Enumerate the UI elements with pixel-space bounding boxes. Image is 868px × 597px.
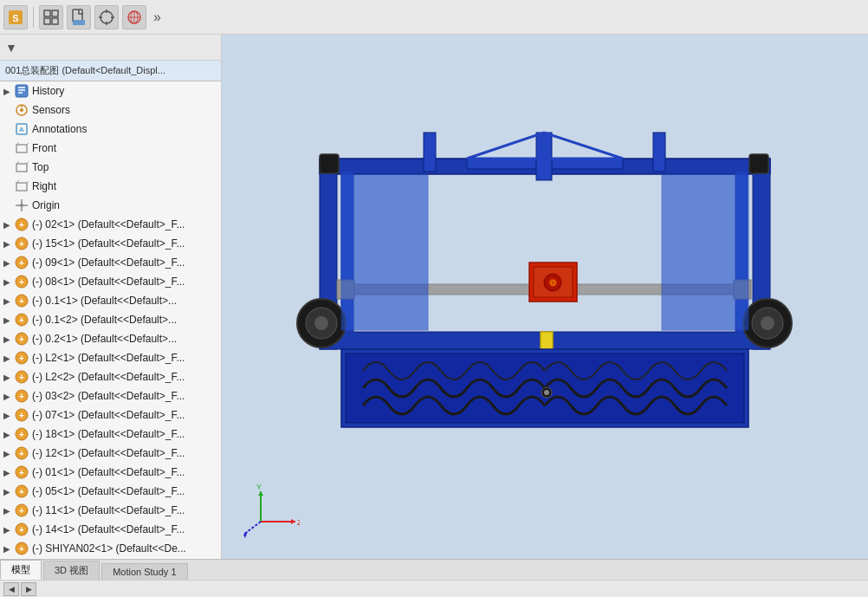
toolbar-more-button[interactable]: »: [150, 10, 165, 25]
machine-3d-view: ⚙: [222, 35, 868, 542]
file-icon[interactable]: [67, 5, 91, 29]
svg-text:+: +: [19, 487, 24, 496]
tree-item-part17[interactable]: ▶+(-) 14<1> (Default<<Default>_F...: [0, 520, 221, 539]
tree-icon-history: [14, 83, 29, 99]
tree-label-part14: (-) 01<1> (Default<<Default>_F...: [32, 466, 185, 478]
tree-item-origin[interactable]: Origin: [0, 196, 221, 215]
tree-item-part7[interactable]: ▶+(-) 0.2<1> (Default<<Default>...: [0, 329, 221, 348]
tree-item-right[interactable]: Right: [0, 177, 221, 196]
tree-arrow-part5: ▶: [3, 296, 14, 306]
svg-text:+: +: [19, 334, 24, 344]
svg-rect-32: [16, 183, 27, 191]
svg-line-31: [27, 161, 29, 164]
tree-label-part12: (-) 18<1> (Default<<Default>_F...: [32, 428, 185, 440]
svg-rect-108: [341, 174, 428, 330]
svg-text:A: A: [19, 126, 24, 133]
tree-arrow-part6: ▶: [3, 315, 14, 325]
svg-text:+: +: [19, 220, 24, 230]
viewport[interactable]: ⚙: [222, 35, 868, 559]
svg-text:+: +: [19, 392, 24, 401]
svg-text:+: +: [19, 468, 24, 477]
tree-arrow-part2: ▶: [3, 239, 14, 249]
crosshair-icon[interactable]: [94, 5, 119, 29]
tree-item-part10[interactable]: ▶+(-) 03<2> (Default<<Default>_F...: [0, 386, 221, 406]
tree-item-history[interactable]: ▶History: [0, 81, 221, 101]
svg-point-22: [20, 108, 23, 112]
tree-item-part14[interactable]: ▶+(-) 01<1> (Default<<Default>_F...: [0, 463, 221, 482]
tree-arrow-part3: ▶: [3, 258, 14, 268]
filter-bar: ▼: [0, 35, 221, 61]
svg-rect-29: [16, 164, 27, 172]
svg-rect-2: [44, 10, 50, 16]
svg-text:+: +: [19, 277, 24, 287]
tree-label-part11: (-) 07<1> (Default<<Default>_F...: [32, 409, 185, 421]
svg-rect-17: [16, 85, 28, 97]
tree-header: 001总装配图 (Default<Default_Displ...: [0, 61, 221, 81]
svg-rect-109: [662, 174, 748, 330]
tree-label-origin: Origin: [32, 199, 60, 211]
svg-text:+: +: [19, 354, 24, 363]
svg-point-107: [544, 390, 549, 395]
svg-rect-26: [16, 145, 27, 152]
logo-icon[interactable]: S: [3, 5, 28, 29]
tree-arrow-part9: ▶: [3, 373, 14, 382]
svg-text:+: +: [19, 296, 24, 306]
tab-model[interactable]: 模型: [0, 560, 42, 580]
svg-text:+: +: [19, 411, 24, 420]
nav-next-button[interactable]: ▶: [21, 582, 36, 596]
tab-3d-view[interactable]: 3D 视图: [43, 561, 100, 580]
tree-item-part15[interactable]: ▶+(-) 05<1> (Default<<Default>_F...: [0, 482, 221, 501]
svg-rect-85: [653, 133, 665, 172]
tree-label-top: Top: [32, 161, 49, 173]
grid-icon[interactable]: [39, 5, 63, 29]
svg-rect-7: [73, 20, 85, 25]
tree-icon-part1: +: [14, 217, 29, 232]
tree-item-front[interactable]: Front: [0, 139, 221, 158]
svg-text:S: S: [12, 13, 18, 23]
svg-text:+: +: [19, 315, 24, 325]
tree-item-part6[interactable]: ▶+(-) 0.1<2> (Default<<Default>...: [0, 310, 221, 329]
toolbar-separator-1: [33, 7, 34, 28]
tree-item-part2[interactable]: ▶+(-) 15<1> (Default<<Default>_F...: [0, 234, 221, 253]
tree-item-part3[interactable]: ▶+(-) 09<1> (Default<<Default>_F...: [0, 253, 221, 272]
tree-item-part11[interactable]: ▶+(-) 07<1> (Default<<Default>_F...: [0, 406, 221, 425]
tree-icon-part2: +: [14, 236, 29, 251]
svg-point-90: [314, 316, 328, 330]
tree-item-part18[interactable]: ▶+(-) SHIYAN02<1> (Default<<De...: [0, 539, 221, 558]
svg-text:+: +: [19, 525, 24, 535]
filter-icon[interactable]: ▼: [5, 41, 17, 55]
tree-item-part5[interactable]: ▶+(-) 0.1<1> (Default<<Default>...: [0, 291, 221, 310]
tree-icon-front: [14, 140, 29, 156]
tree-item-annotations[interactable]: AAnnotations: [0, 120, 221, 139]
tree-item-part1[interactable]: ▶+(-) 02<1> (Default<<Default>_F...: [0, 215, 221, 234]
tree-label-part3: (-) 09<1> (Default<<Default>_F...: [32, 256, 185, 269]
feature-tree: ▶HistorySensorsAAnnotationsFrontTopRight…: [0, 81, 221, 559]
tree-label-front: Front: [32, 142, 56, 154]
svg-point-93: [761, 316, 774, 330]
tree-label-part10: (-) 03<2> (Default<<Default>_F...: [32, 390, 185, 402]
svg-text:+: +: [19, 449, 24, 458]
svg-text:Y: Y: [256, 483, 262, 491]
tree-icon-origin: [14, 198, 29, 213]
tree-item-part16[interactable]: ▶+(-) 11<1> (Default<<Default>_F...: [0, 501, 221, 520]
svg-rect-84: [424, 133, 436, 172]
nav-prev-button[interactable]: ◀: [3, 582, 19, 596]
tab-motion-study[interactable]: Motion Study 1: [101, 563, 187, 580]
svg-text:⚙: ⚙: [549, 278, 557, 288]
globe-icon[interactable]: [122, 5, 146, 29]
tree-icon-part12: +: [14, 426, 29, 442]
tree-item-sensors[interactable]: Sensors: [0, 101, 221, 120]
tree-item-part4[interactable]: ▶+(-) 08<1> (Default<<Default>_F...: [0, 272, 221, 291]
tree-item-part13[interactable]: ▶+(-) 12<1> (Default<<Default>_F...: [0, 444, 221, 463]
tree-label-annotations: Annotations: [32, 123, 87, 135]
tree-arrow-part8: ▶: [3, 354, 14, 363]
machine-svg: ⚙: [294, 124, 796, 453]
tree-icon-part4: +: [14, 274, 29, 289]
tree-item-part12[interactable]: ▶+(-) 18<1> (Default<<Default>_F...: [0, 425, 221, 444]
tree-label-part9: (-) L2<2> (Default<<Default>_F...: [32, 371, 185, 383]
tree-item-top[interactable]: Top: [0, 158, 221, 177]
tree-item-part8[interactable]: ▶+(-) L2<1> (Default<<Default>_F...: [0, 348, 221, 367]
tree-item-part9[interactable]: ▶+(-) L2<2> (Default<<Default>_F...: [0, 367, 221, 386]
tree-arrow-history: ▶: [3, 87, 14, 96]
tree-icon-part7: +: [14, 331, 29, 347]
